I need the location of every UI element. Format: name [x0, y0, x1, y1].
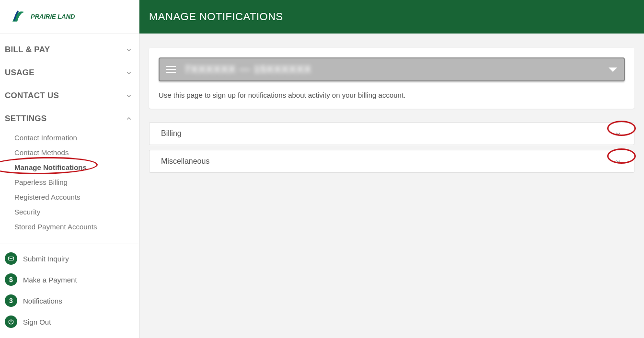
brand-logo[interactable]: PRAIRIE LAND [9, 8, 75, 25]
action-label: Sign Out [23, 318, 51, 326]
accordion-billing[interactable]: Billing [149, 122, 634, 145]
action-label: Make a Payment [23, 276, 77, 284]
nav-section: BILL & PAY USAGE CONTACT US SETTINGS Con… [0, 34, 139, 244]
accordion-label: Miscellaneous [161, 157, 209, 166]
submit-inquiry-button[interactable]: Submit Inquiry [5, 248, 134, 269]
settings-subitems: Contact Information Contact Methods Mana… [0, 130, 139, 237]
nav-label: CONTACT US [5, 91, 59, 101]
account-card: 7XXXXXX — 15XXXXXX Use this page to sign… [149, 48, 634, 109]
chevron-down-icon [125, 91, 133, 100]
notifications-button[interactable]: 3 Notifications [5, 290, 134, 311]
sidebar-item-manage-notifications[interactable]: Manage Notifications [0, 160, 139, 175]
chevron-down-icon [614, 157, 622, 166]
chevron-down-icon [125, 45, 133, 54]
sidebar-item-security[interactable]: Security [0, 204, 139, 219]
sidebar-item-registered-accounts[interactable]: Registered Accounts [0, 190, 139, 204]
accordion-miscellaneous[interactable]: Miscellaneous [149, 150, 634, 173]
chevron-up-icon [125, 114, 133, 123]
logo-icon [9, 8, 29, 25]
sidebar-item-contact-information[interactable]: Contact Information [0, 130, 139, 145]
nav-group-settings[interactable]: SETTINGS [0, 107, 139, 130]
sidebar: PRAIRIE LAND BILL & PAY USAGE CONTACT US… [0, 0, 139, 338]
page-title: MANAGE NOTIFICATIONS [149, 11, 283, 23]
action-label: Notifications [23, 297, 62, 305]
hamburger-icon [166, 66, 176, 73]
envelope-icon [5, 252, 17, 265]
accordion-label: Billing [161, 129, 182, 138]
helper-text: Use this page to sign up for notificatio… [159, 91, 625, 99]
sidebar-item-stored-payment-accounts[interactable]: Stored Payment Accounts [0, 219, 139, 234]
nav-label: SETTINGS [5, 114, 46, 124]
chevron-down-icon [614, 129, 622, 138]
page-header: MANAGE NOTIFICATIONS [139, 0, 644, 34]
power-icon [5, 315, 17, 328]
sign-out-button[interactable]: Sign Out [5, 311, 134, 332]
nav-label: BILL & PAY [5, 45, 50, 55]
bottom-actions: Submit Inquiry $ Make a Payment 3 Notifi… [0, 244, 139, 338]
sidebar-item-contact-methods[interactable]: Contact Methods [0, 145, 139, 160]
account-value: 7XXXXXX — 15XXXXXX [184, 63, 311, 76]
nav-group-usage[interactable]: USAGE [0, 61, 139, 84]
make-payment-button[interactable]: $ Make a Payment [5, 269, 134, 290]
dropdown-caret-icon [609, 68, 617, 72]
chevron-down-icon [125, 68, 133, 77]
account-selector[interactable]: 7XXXXXX — 15XXXXXX [159, 57, 625, 81]
main-area: MANAGE NOTIFICATIONS 7XXXXXX — 15XXXXXX … [139, 0, 644, 338]
logo-area: PRAIRIE LAND [0, 0, 139, 34]
action-label: Submit Inquiry [23, 255, 69, 263]
content: 7XXXXXX — 15XXXXXX Use this page to sign… [139, 34, 644, 187]
nav-label: USAGE [5, 68, 34, 78]
nav-group-bill-pay[interactable]: BILL & PAY [0, 38, 139, 61]
notification-count-badge: 3 [5, 294, 17, 307]
dollar-icon: $ [5, 273, 17, 286]
nav-group-contact-us[interactable]: CONTACT US [0, 84, 139, 107]
sidebar-item-paperless-billing[interactable]: Paperless Billing [0, 175, 139, 190]
brand-name: PRAIRIE LAND [31, 13, 75, 20]
